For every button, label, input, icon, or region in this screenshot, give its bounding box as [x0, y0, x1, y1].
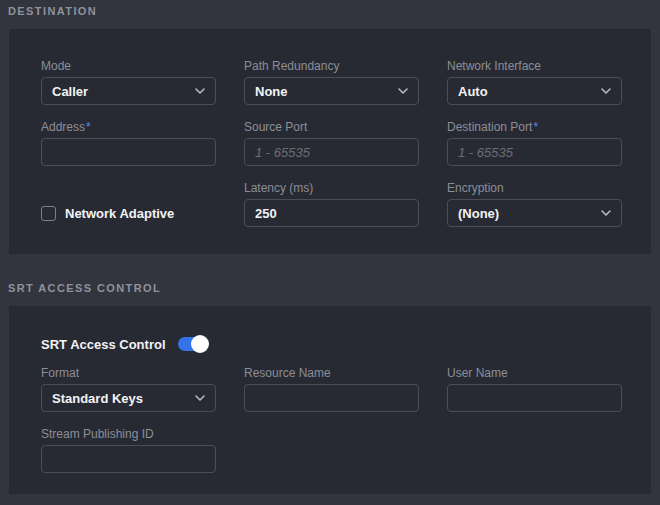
srt-access-control-toggle-label: SRT Access Control [41, 337, 166, 352]
network-adaptive-checkbox[interactable] [41, 206, 56, 221]
chevron-down-icon [398, 88, 408, 94]
resource-name-label: Resource Name [244, 366, 419, 380]
source-port-input[interactable] [244, 138, 419, 166]
latency-label: Latency (ms) [244, 181, 419, 195]
mode-select[interactable]: Caller [41, 77, 216, 105]
mode-label: Mode [41, 59, 216, 73]
stream-publishing-id-input[interactable] [41, 445, 216, 473]
section-title-srt-access-control: SRT ACCESS CONTROL [8, 282, 652, 298]
network-adaptive-label: Network Adaptive [65, 206, 174, 221]
chevron-down-icon [601, 210, 611, 216]
format-select[interactable]: Standard Keys [41, 384, 216, 412]
required-asterisk: * [533, 120, 538, 134]
stream-publishing-id-field: Stream Publishing ID [41, 427, 216, 473]
address-label: Address [41, 120, 85, 134]
destination-port-field: Destination Port* [447, 120, 622, 166]
network-adaptive-field: Network Adaptive [41, 181, 216, 227]
source-port-field: Source Port [244, 120, 419, 166]
address-input[interactable] [41, 138, 216, 166]
latency-input[interactable] [244, 199, 419, 227]
network-interface-select-value: Auto [458, 84, 488, 99]
user-name-label: User Name [447, 366, 622, 380]
encryption-field: Encryption (None) [447, 181, 622, 227]
path-redundancy-select-value: None [255, 84, 288, 99]
network-interface-select[interactable]: Auto [447, 77, 622, 105]
encryption-label: Encryption [447, 181, 622, 195]
user-name-input[interactable] [447, 384, 622, 412]
format-field: Format Standard Keys [41, 366, 216, 412]
resource-name-input[interactable] [244, 384, 419, 412]
mode-select-value: Caller [52, 84, 88, 99]
path-redundancy-field: Path Redundancy None [244, 59, 419, 105]
chevron-down-icon [601, 88, 611, 94]
destination-port-input[interactable] [447, 138, 622, 166]
stream-publishing-id-label: Stream Publishing ID [41, 427, 216, 441]
section-title-destination: DESTINATION [8, 5, 652, 21]
mode-field: Mode Caller [41, 59, 216, 105]
latency-field: Latency (ms) [244, 181, 419, 227]
address-field: Address* [41, 120, 216, 166]
toggle-knob [191, 335, 209, 353]
format-select-value: Standard Keys [52, 391, 143, 406]
destination-port-label: Destination Port [447, 120, 532, 134]
srt-access-control-toggle[interactable] [178, 337, 208, 351]
network-interface-field: Network Interface Auto [447, 59, 622, 105]
encryption-select-value: (None) [458, 206, 499, 221]
destination-panel: Mode Caller Path Redundancy None Network… [8, 28, 652, 255]
srt-access-control-toggle-row: SRT Access Control [41, 334, 621, 354]
chevron-down-icon [195, 88, 205, 94]
path-redundancy-label: Path Redundancy [244, 59, 419, 73]
resource-name-field: Resource Name [244, 366, 419, 412]
format-label: Format [41, 366, 216, 380]
user-name-field: User Name [447, 366, 622, 412]
source-port-label: Source Port [244, 120, 419, 134]
chevron-down-icon [195, 395, 205, 401]
srt-access-control-panel: SRT Access Control Format Standard Keys … [8, 305, 652, 495]
network-interface-label: Network Interface [447, 59, 622, 73]
encryption-select[interactable]: (None) [447, 199, 622, 227]
path-redundancy-select[interactable]: None [244, 77, 419, 105]
required-asterisk: * [86, 120, 91, 134]
